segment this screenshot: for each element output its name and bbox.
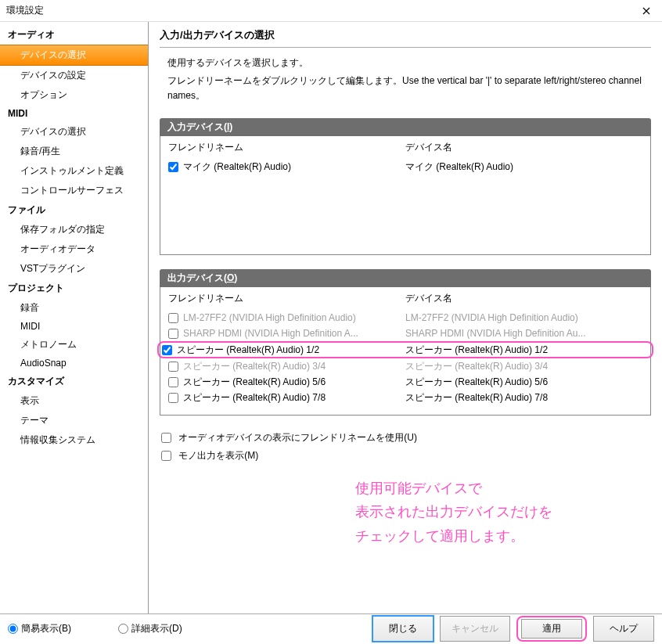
device-row[interactable]: スピーカー (Realtek(R) Audio) 1/2スピーカー (Realt…: [157, 341, 653, 358]
apply-button-highlight: 適用: [516, 616, 587, 642]
radio-detail-view[interactable]: 詳細表示(D): [118, 622, 182, 635]
input-col-friendly: フレンドリネーム: [168, 141, 405, 154]
close-button[interactable]: [631, 0, 662, 22]
device-name: スピーカー (Realtek(R) Audio) 7/8: [405, 390, 642, 405]
radio-basic-view[interactable]: 簡易表示(B): [8, 622, 71, 635]
apply-button[interactable]: 適用: [521, 619, 582, 639]
device-friendly-name: スピーカー (Realtek(R) Audio) 3/4: [183, 361, 326, 372]
device-checkbox[interactable]: [168, 377, 178, 387]
option-friendly-names[interactable]: オーディオデバイスの表示にフレンドリネームを使用(U): [161, 431, 651, 444]
sidebar-item[interactable]: VSTプラグイン: [0, 259, 148, 279]
sidebar-item[interactable]: デバイスの設定: [0, 66, 148, 85]
main-panel: 入力/出力デバイスの選択 使用するデバイスを選択します。 フレンドリーネームをダ…: [149, 22, 662, 613]
device-row[interactable]: スピーカー (Realtek(R) Audio) 5/6スピーカー (Realt…: [160, 374, 650, 390]
input-section-header: 入力デバイス(I): [160, 118, 651, 136]
titlebar: 環境設定: [0, 0, 662, 22]
device-row[interactable]: スピーカー (Realtek(R) Audio) 7/8スピーカー (Realt…: [160, 390, 650, 405]
sidebar-category: プロジェクト: [0, 279, 148, 298]
annotation-text: 使用可能デバイスで 表示された出力デバイスだけを チェックして適用します。: [355, 477, 651, 549]
page-desc-2: フレンドリーネームをダブルクリックして編集します。Use the vertica…: [167, 74, 651, 103]
sidebar-item[interactable]: MIDI: [0, 318, 148, 335]
device-checkbox[interactable]: [168, 162, 178, 172]
device-friendly-name: マイク (Realtek(R) Audio): [183, 161, 291, 172]
sidebar-item[interactable]: 保存フォルダの指定: [0, 220, 148, 239]
help-button[interactable]: ヘルプ: [593, 616, 654, 642]
device-checkbox[interactable]: [162, 345, 172, 355]
device-checkbox[interactable]: [168, 362, 178, 372]
sidebar-item[interactable]: AudioSnap: [0, 354, 148, 372]
sidebar-item[interactable]: テーマ: [0, 411, 148, 430]
device-checkbox[interactable]: [168, 313, 178, 323]
cancel-button[interactable]: キャンセル: [440, 616, 510, 642]
sidebar: オーディオデバイスの選択デバイスの設定オプションMIDIデバイスの選択録音/再生…: [0, 22, 149, 613]
page-desc-1: 使用するデバイスを選択します。: [167, 56, 651, 70]
output-device-table: フレンドリネーム デバイス名 LM-27FF2 (NVIDIA High Def…: [160, 287, 651, 416]
sidebar-item[interactable]: コントロールサーフェス: [0, 181, 148, 200]
sidebar-item[interactable]: オプション: [0, 85, 148, 105]
device-row[interactable]: マイク (Realtek(R) Audio)マイク (Realtek(R) Au…: [160, 159, 650, 174]
sidebar-item[interactable]: 録音: [0, 298, 148, 318]
sidebar-item[interactable]: デバイスの選択: [0, 122, 148, 142]
device-name: スピーカー (Realtek(R) Audio) 1/2: [405, 343, 649, 357]
sidebar-item[interactable]: メトロノーム: [0, 335, 148, 354]
window-title: 環境設定: [6, 4, 44, 17]
device-name: スピーカー (Realtek(R) Audio) 5/6: [405, 375, 642, 389]
close-dialog-button[interactable]: 閉じる: [372, 616, 434, 642]
sidebar-category: MIDI: [0, 105, 148, 122]
input-col-device: デバイス名: [405, 141, 642, 154]
sidebar-item[interactable]: 表示: [0, 391, 148, 411]
sidebar-item[interactable]: オーディオデータ: [0, 239, 148, 259]
sidebar-item[interactable]: インストゥルメント定義: [0, 161, 148, 181]
option-friendly-names-checkbox[interactable]: [161, 433, 171, 443]
device-name: マイク (Realtek(R) Audio): [405, 160, 642, 174]
device-checkbox[interactable]: [168, 393, 178, 403]
device-friendly-name: SHARP HDMI (NVIDIA High Definition A...: [183, 328, 358, 339]
device-friendly-name: LM-27FF2 (NVIDIA High Definition Audio): [183, 312, 356, 323]
output-section-header: 出力デバイス(O): [160, 269, 651, 287]
device-checkbox[interactable]: [168, 329, 178, 339]
device-friendly-name: スピーカー (Realtek(R) Audio) 7/8: [183, 392, 326, 403]
device-friendly-name: スピーカー (Realtek(R) Audio) 5/6: [183, 376, 326, 387]
sidebar-category: オーディオ: [0, 25, 148, 45]
output-col-device: デバイス名: [405, 292, 642, 305]
option-mono-output-checkbox[interactable]: [161, 451, 171, 461]
device-friendly-name: スピーカー (Realtek(R) Audio) 1/2: [177, 344, 319, 355]
device-row[interactable]: スピーカー (Realtek(R) Audio) 3/4スピーカー (Realt…: [160, 358, 650, 374]
device-row[interactable]: SHARP HDMI (NVIDIA High Definition A...S…: [160, 326, 650, 341]
option-mono-output[interactable]: モノ出力を表示(M): [161, 449, 651, 462]
device-name: スピーカー (Realtek(R) Audio) 3/4: [405, 359, 642, 373]
sidebar-category: カスタマイズ: [0, 372, 148, 391]
input-device-table: フレンドリネーム デバイス名 マイク (Realtek(R) Audio)マイク…: [160, 136, 651, 255]
footer: 簡易表示(B) 詳細表示(D) 閉じる キャンセル 適用 ヘルプ: [0, 613, 662, 643]
sidebar-category: ファイル: [0, 200, 148, 220]
sidebar-item[interactable]: デバイスの選択: [0, 45, 148, 66]
output-col-friendly: フレンドリネーム: [168, 292, 405, 305]
device-row[interactable]: LM-27FF2 (NVIDIA High Definition Audio)L…: [160, 310, 650, 326]
device-name: SHARP HDMI (NVIDIA High Definition Au...: [405, 326, 642, 340]
page-title: 入力/出力デバイスの選択: [160, 28, 651, 48]
device-name: LM-27FF2 (NVIDIA High Definition Audio): [405, 311, 642, 325]
sidebar-item[interactable]: 情報収集システム: [0, 430, 148, 450]
sidebar-item[interactable]: 録音/再生: [0, 142, 148, 161]
